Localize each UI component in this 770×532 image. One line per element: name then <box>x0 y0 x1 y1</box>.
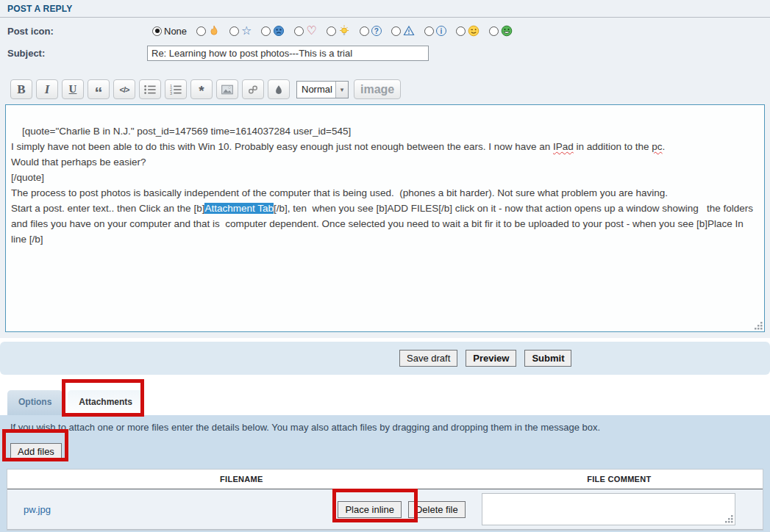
post-icon-radio-sad-face[interactable] <box>261 26 271 36</box>
numbered-list-button[interactable]: 123 <box>165 79 187 99</box>
info-icon: i <box>436 26 446 36</box>
chevron-down-icon: ▾ <box>335 82 348 98</box>
subject-input[interactable] <box>147 46 429 61</box>
editor-text: [quote="Charlie B in N.J." post_id=14756… <box>11 126 553 152</box>
text-color-button[interactable] <box>268 79 290 99</box>
tab-attachments[interactable]: Attachments <box>68 390 143 415</box>
misspelled-word: pc <box>652 141 662 152</box>
post-icon-radio-none[interactable] <box>152 26 162 36</box>
post-icon-option-fire[interactable] <box>196 25 220 37</box>
selected-text: Attachment Tab <box>204 203 274 214</box>
italic-button[interactable]: I <box>36 79 58 99</box>
post-icon-radio-green-grin[interactable] <box>489 26 499 36</box>
insert-image-icon <box>221 85 233 95</box>
post-icon-option-wink-smiley[interactable] <box>456 25 480 37</box>
image-button[interactable]: image <box>354 79 401 99</box>
post-icon-options: None☆♡?i <box>147 24 513 38</box>
post-icon-radio-lightbulb[interactable] <box>327 26 336 36</box>
tab-options[interactable]: Options <box>7 390 63 415</box>
resize-grip-icon[interactable] <box>725 515 733 523</box>
subject-row: Subject: <box>7 46 763 61</box>
code-button[interactable]: </> <box>113 79 135 99</box>
wink-smiley-icon <box>468 25 480 37</box>
attachments-table-header: FILENAME FILE COMMENT <box>7 470 763 489</box>
post-icon-option-none[interactable]: None <box>152 26 187 37</box>
link-button[interactable] <box>242 79 264 99</box>
file-comment-cell <box>476 493 763 525</box>
post-icon-option-green-grin[interactable] <box>489 25 513 37</box>
insert-image-button[interactable] <box>216 79 238 99</box>
numbered-list-icon: 123 <box>170 85 182 95</box>
editor-toolbar: BIU“</>123*Normal▾image <box>10 79 770 99</box>
post-icon-radio-heart[interactable] <box>294 26 304 36</box>
attachments-instruction: If you wish to attach one or more files … <box>10 422 763 433</box>
post-icon-option-question[interactable]: ? <box>360 26 382 36</box>
quote-button[interactable]: “ <box>88 79 110 99</box>
attachment-row: pw.jpg Place inline Delete file <box>7 489 763 530</box>
bullet-list-button[interactable] <box>139 79 161 99</box>
warning-icon <box>403 25 415 37</box>
save-draft-button[interactable]: Save draft <box>399 350 457 367</box>
file-comment-textarea[interactable] <box>482 493 735 525</box>
sad-face-icon <box>273 25 285 37</box>
link-icon <box>247 85 259 95</box>
post-icon-radio-question[interactable] <box>360 26 369 36</box>
post-icon-radio-info[interactable] <box>424 26 434 36</box>
filename-column-header: FILENAME <box>7 470 476 489</box>
font-size-select[interactable]: Normal▾ <box>296 81 349 98</box>
submit-buttons-group: Save draft Preview Submit <box>399 350 571 367</box>
subject-label: Subject: <box>7 48 147 59</box>
preview-button[interactable]: Preview <box>466 350 516 367</box>
post-icon-option-lightbulb[interactable] <box>327 25 350 37</box>
post-icon-option-heart[interactable]: ♡ <box>294 25 316 37</box>
tab-bar: Options Attachments <box>7 390 770 415</box>
post-icon-none-label: None <box>164 26 187 37</box>
post-icon-option-star[interactable]: ☆ <box>229 25 252 37</box>
filename-cell: pw.jpg Place inline Delete file <box>7 493 476 525</box>
post-form-panel: POST A REPLY Post icon: None☆♡?i Subject… <box>0 0 770 338</box>
post-icon-option-sad-face[interactable] <box>261 25 285 37</box>
heart-icon: ♡ <box>306 25 316 37</box>
attachments-table: FILENAME FILE COMMENT pw.jpg Place inlin… <box>7 469 763 531</box>
attachments-panel: If you wish to attach one or more files … <box>0 415 770 532</box>
resize-grip-icon[interactable] <box>755 322 763 330</box>
post-icon-label: Post icon: <box>7 26 147 37</box>
asterisk-button[interactable]: * <box>190 79 213 99</box>
font-size-value: Normal <box>297 82 335 98</box>
fire-icon <box>208 25 220 37</box>
underline-button[interactable]: U <box>62 79 84 99</box>
green-grin-icon <box>501 25 513 37</box>
post-icon-row: Post icon: None☆♡?i <box>7 24 763 38</box>
add-files-button[interactable]: Add files <box>10 443 62 460</box>
delete-file-button[interactable]: Delete file <box>408 501 466 518</box>
post-icon-radio-star[interactable] <box>229 26 239 36</box>
post-icon-radio-warning[interactable] <box>391 26 401 36</box>
text-color-icon <box>273 85 285 95</box>
file-comment-column-header: FILE COMMENT <box>476 470 763 489</box>
message-editor[interactable]: [quote="Charlie B in N.J." post_id=14756… <box>5 104 765 332</box>
post-icon-radio-wink-smiley[interactable] <box>456 26 466 36</box>
bold-button[interactable]: B <box>10 79 32 99</box>
attachment-filename-link[interactable]: pw.jpg <box>24 504 51 515</box>
bullet-list-icon <box>144 85 156 95</box>
attachment-row-buttons: Place inline Delete file <box>338 501 465 518</box>
page-title: POST A REPLY <box>0 0 770 18</box>
svg-text:3: 3 <box>170 91 172 95</box>
post-icon-option-info[interactable]: i <box>424 26 446 36</box>
question-icon: ? <box>371 26 382 36</box>
post-icon-radio-fire[interactable] <box>196 26 206 36</box>
lightbulb-icon <box>338 25 350 37</box>
place-inline-button[interactable]: Place inline <box>338 501 402 518</box>
star-icon: ☆ <box>241 25 252 37</box>
editor-text: in addition to the <box>574 141 652 152</box>
submit-buttons-panel: Save draft Preview Submit <box>0 342 770 375</box>
misspelled-word: IPad <box>553 141 574 152</box>
post-icon-option-warning[interactable] <box>391 25 415 37</box>
submit-button[interactable]: Submit <box>524 350 571 367</box>
